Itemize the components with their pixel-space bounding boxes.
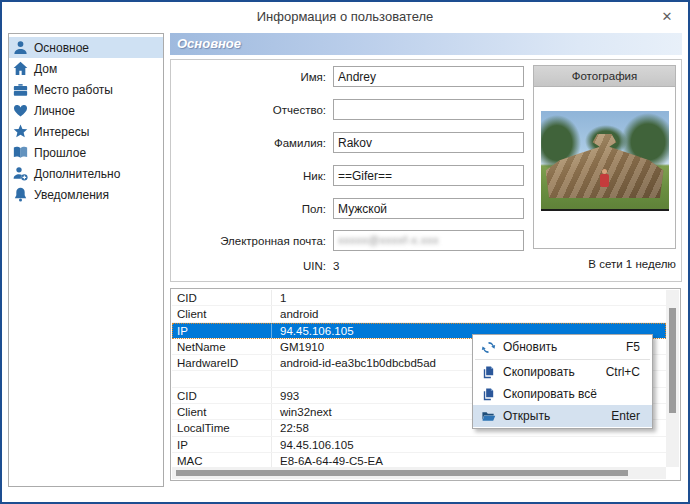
uin-label: UIN:	[171, 256, 326, 276]
email-label: Электронная почта:	[171, 230, 326, 252]
sidebar: Основное Дом Место работы Личное Интерес…	[8, 33, 164, 487]
book-icon	[13, 145, 28, 160]
vertical-scrollbar-thumb[interactable]	[669, 308, 676, 413]
horizontal-scrollbar-thumb[interactable]	[176, 470, 628, 476]
row-key: CID	[172, 388, 272, 403]
nick-field[interactable]	[333, 165, 524, 186]
sidebar-item-work[interactable]: Место работы	[9, 79, 163, 100]
sidebar-item-main[interactable]: Основное	[9, 37, 163, 58]
photo-person	[600, 174, 609, 187]
user-plus-icon	[13, 166, 28, 181]
name-label: Имя:	[171, 66, 326, 88]
user-photo	[541, 111, 669, 211]
sidebar-item-label: Дополнительно	[34, 167, 120, 181]
section-header: Основное	[170, 33, 682, 55]
briefcase-icon	[13, 82, 28, 97]
row-key: IP	[172, 437, 272, 452]
row-key: HardwareID	[172, 355, 272, 370]
row-key: Client	[172, 404, 272, 419]
sidebar-item-additional[interactable]: Дополнительно	[9, 163, 163, 184]
heart-icon	[13, 103, 28, 118]
uin-value: 3	[333, 256, 339, 276]
table-row[interactable]: Client android	[172, 306, 666, 322]
menu-separator	[475, 359, 650, 360]
menu-item-copy-all[interactable]: Скопировать всё	[473, 383, 652, 405]
row-key: IP	[172, 323, 272, 338]
sidebar-item-interests[interactable]: Интересы	[9, 121, 163, 142]
sidebar-item-label: Личное	[34, 104, 75, 118]
row-key: NetName	[172, 339, 272, 354]
sidebar-item-label: Дом	[34, 62, 57, 76]
bell-icon	[13, 187, 28, 202]
menu-item-label: Обновить	[503, 340, 626, 354]
menu-item-shortcut: Ctrl+C	[606, 365, 652, 379]
folder-open-icon	[473, 409, 503, 424]
menu-item-label: Скопировать всё	[503, 387, 640, 401]
menu-item-label: Скопировать	[503, 365, 606, 379]
window-title: Информация о пользователе	[2, 9, 688, 24]
photo-panel: Фотография	[533, 65, 676, 249]
row-value: 1	[272, 290, 666, 305]
form-row-uin: UIN: 3	[171, 256, 531, 276]
gender-label: Пол:	[171, 198, 326, 220]
menu-item-copy[interactable]: Скопировать Ctrl+C	[473, 361, 652, 383]
context-menu: Обновить F5 Скопировать Ctrl+C Скопирова…	[472, 334, 653, 429]
email-field[interactable]: xxxxx@xxxxf-x.xxx	[333, 230, 524, 251]
horizontal-scrollbar[interactable]	[172, 467, 666, 479]
row-key	[172, 371, 272, 386]
menu-item-refresh[interactable]: Обновить F5	[473, 336, 652, 358]
home-icon	[13, 61, 28, 76]
vertical-scrollbar[interactable]	[666, 290, 679, 467]
table-row[interactable]: CID 1	[172, 290, 666, 306]
sidebar-item-label: Уведомления	[34, 188, 109, 202]
sidebar-item-label: Прошлое	[34, 146, 86, 160]
row-key: CID	[172, 290, 272, 305]
sidebar-item-label: Интересы	[34, 125, 89, 139]
patronymic-label: Отчество:	[171, 99, 326, 121]
close-icon[interactable]: ✕	[658, 8, 676, 26]
menu-item-shortcut: F5	[626, 340, 652, 354]
copy-icon	[473, 387, 503, 402]
row-value: android	[272, 306, 666, 321]
sidebar-item-personal[interactable]: Личное	[9, 100, 163, 121]
email-redacted-value: xxxxx@xxxxf-x.xxx	[338, 234, 523, 246]
titlebar: Информация о пользователе ✕	[2, 2, 688, 32]
menu-item-shortcut: Enter	[611, 409, 652, 423]
row-key: MAC	[172, 453, 272, 467]
menu-item-label: Открыть	[503, 409, 611, 423]
sidebar-item-notifications[interactable]: Уведомления	[9, 184, 163, 205]
sidebar-item-past[interactable]: Прошлое	[9, 142, 163, 163]
table-row[interactable]: MAC E8-6A-64-49-C5-EA	[172, 453, 666, 467]
sidebar-item-label: Основное	[34, 41, 89, 55]
refresh-icon	[473, 340, 503, 355]
row-key: Client	[172, 306, 272, 321]
row-value: E8-6A-64-49-C5-EA	[272, 453, 666, 467]
name-field[interactable]	[333, 66, 524, 87]
photo-header: Фотография	[534, 66, 675, 87]
sidebar-item-home[interactable]: Дом	[9, 58, 163, 79]
menu-item-open[interactable]: Открыть Enter	[473, 405, 652, 427]
surname-label: Фамилия:	[171, 132, 326, 154]
surname-field[interactable]	[333, 132, 524, 153]
table-row[interactable]: IP 94.45.106.105	[172, 437, 666, 453]
nick-label: Ник:	[171, 165, 326, 187]
row-key: LocalTime	[172, 420, 272, 435]
user-info-window: Информация о пользователе ✕ Основное Дом…	[0, 0, 690, 504]
copy-icon	[473, 365, 503, 380]
star-icon	[13, 124, 28, 139]
form-groupbox: Имя: Отчество: Фамилия: Ник: Пол: Электр…	[170, 59, 682, 282]
row-value: 94.45.106.105	[272, 437, 666, 452]
online-status: В сети 1 неделю	[588, 258, 676, 270]
user-icon	[13, 40, 28, 55]
patronymic-field[interactable]	[333, 99, 524, 120]
gender-field[interactable]	[333, 198, 524, 219]
sidebar-item-label: Место работы	[34, 83, 113, 97]
